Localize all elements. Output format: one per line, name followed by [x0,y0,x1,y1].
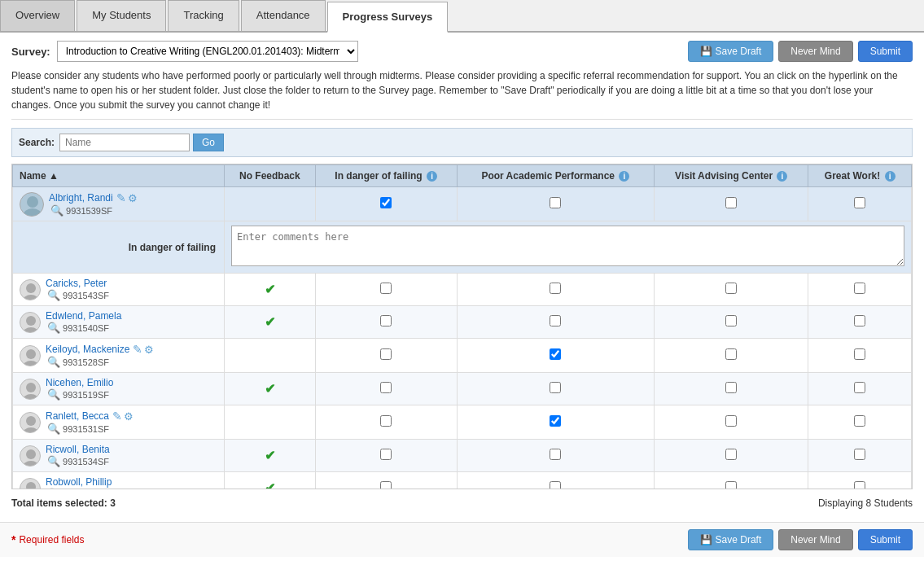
student-link[interactable]: Robwoll, Phillip [46,476,112,488]
poor-academic-checkbox[interactable] [550,449,561,460]
visit-advising-checkbox[interactable] [725,197,737,208]
tab-bar: Overview My Students Tracking Attendance… [0,0,924,33]
in-danger-cell [315,440,457,472]
edit-icon[interactable]: ✎ [133,343,142,356]
search-student-icon[interactable]: 🔍 [47,356,60,368]
poor-academic-cell [457,405,654,440]
student-link[interactable]: Nicehen, Emilio [46,377,113,388]
great-work-checkbox[interactable] [854,348,865,360]
visit-advising-checkbox[interactable] [725,283,737,294]
svg-point-14 [26,482,36,490]
tab-my-students[interactable]: My Students [77,0,166,31]
great-work-checkbox[interactable] [854,197,865,208]
great-work-checkbox[interactable] [854,415,865,427]
poor-academic-checkbox[interactable] [550,197,561,208]
search-student-icon[interactable]: 🔍 [50,204,63,217]
search-input[interactable] [59,134,190,151]
poor-academic-checkbox[interactable] [550,481,561,489]
in-danger-checkbox[interactable] [380,348,392,360]
search-student-icon[interactable]: 🔍 [47,455,60,467]
in-danger-checkbox[interactable] [380,382,392,393]
student-link[interactable]: Caricks, Peter [46,278,107,289]
svg-point-11 [23,427,39,433]
in-danger-checkbox[interactable] [380,197,392,208]
displaying-label: Displaying 8 Students [818,497,913,509]
visit-advising-checkbox[interactable] [725,348,737,360]
search-student-icon[interactable]: 🔍 [47,488,60,489]
table-row: Ranlett, Becca ✎ ⚙ 🔍 9931531SF [13,405,912,440]
great-work-checkbox[interactable] [854,481,865,489]
save-draft-button-bottom[interactable]: 💾 Save Draft [688,529,773,550]
survey-select[interactable]: Introduction to Creative Writing (ENGL20… [57,41,358,62]
edit-icon[interactable]: ✎ [116,191,126,204]
submit-button-bottom[interactable]: Submit [858,529,913,550]
visit-advising-checkbox[interactable] [725,315,737,326]
save-draft-button-top[interactable]: 💾 Save Draft [688,41,773,62]
search-student-icon[interactable]: 🔍 [47,388,60,401]
comment-textarea[interactable] [231,226,904,266]
great-work-info-icon[interactable]: i [885,171,896,182]
table-row: Robwoll, Phillip 🔍 ✔ [13,472,912,490]
poor-academic-cell [457,472,654,490]
table-row: Nicehen, Emilio 🔍 9931519SF ✔ [13,373,912,405]
table-row: Ricwoll, Benita 🔍 9931534SF ✔ [13,440,912,472]
main-content: Survey: Introduction to Creative Writing… [0,33,924,522]
tab-progress-surveys[interactable]: Progress Surveys [327,2,449,33]
search-go-button[interactable]: Go [193,134,224,151]
tab-attendance[interactable]: Attendance [241,0,326,31]
in-danger-checkbox[interactable] [380,481,392,489]
search-student-icon[interactable]: 🔍 [47,289,60,301]
visit-advising-checkbox[interactable] [725,449,737,460]
tab-overview[interactable]: Overview [0,0,75,31]
settings-icon[interactable]: ⚙ [144,344,154,356]
submit-button-top[interactable]: Submit [858,41,913,62]
search-student-icon[interactable]: 🔍 [47,423,60,435]
no-feedback-cell [225,405,316,440]
in-danger-checkbox[interactable] [380,315,392,326]
visit-advising-cell [655,472,808,490]
student-link[interactable]: Edwlend, Pamela [46,310,121,322]
poor-academic-checkbox[interactable] [550,348,561,360]
in-danger-cell [315,339,457,373]
in-danger-info-icon[interactable]: i [427,171,437,182]
visit-advising-checkbox[interactable] [725,415,737,427]
great-work-checkbox[interactable] [854,382,865,393]
never-mind-button-bottom[interactable]: Never Mind [778,529,852,550]
student-link[interactable]: Ricwoll, Benita [46,444,110,455]
student-link[interactable]: Keiloyd, Mackenize [46,344,129,355]
great-work-cell [808,306,912,339]
in-danger-checkbox[interactable] [380,449,392,460]
poor-academic-info-icon[interactable]: i [619,171,629,182]
checkmark-icon: ✔ [265,283,275,296]
settings-icon[interactable]: ⚙ [128,192,138,204]
search-student-icon[interactable]: 🔍 [47,322,60,334]
visit-advising-checkbox[interactable] [725,382,737,393]
no-feedback-cell: ✔ [225,440,316,472]
in-danger-checkbox[interactable] [380,415,392,427]
visit-advising-cell [655,373,808,405]
in-danger-cell [315,373,457,405]
in-danger-checkbox[interactable] [380,283,392,294]
no-feedback-cell: ✔ [225,274,316,306]
save-icon: 💾 [700,46,712,57]
poor-academic-cell [457,306,654,339]
col-in-danger: In danger of failing i [315,165,457,187]
poor-academic-checkbox[interactable] [550,382,561,393]
great-work-checkbox[interactable] [854,315,865,326]
great-work-checkbox[interactable] [854,283,865,294]
poor-academic-checkbox[interactable] [550,415,561,427]
in-danger-cell [315,187,457,221]
col-name[interactable]: Name ▲ [13,165,225,187]
student-link[interactable]: Ranlett, Becca [46,410,109,422]
students-table-wrapper: Name ▲ No Feedback In danger of failing … [11,164,913,489]
visit-advising-checkbox[interactable] [725,481,737,489]
great-work-checkbox[interactable] [854,449,865,460]
settings-icon[interactable]: ⚙ [124,410,134,423]
edit-icon[interactable]: ✎ [112,410,122,423]
poor-academic-checkbox[interactable] [550,315,561,326]
poor-academic-checkbox[interactable] [550,283,561,294]
student-link[interactable]: Albright, Randi [49,192,113,204]
never-mind-button-top[interactable]: Never Mind [778,41,852,62]
tab-tracking[interactable]: Tracking [168,0,239,31]
visit-advising-info-icon[interactable]: i [777,171,787,182]
